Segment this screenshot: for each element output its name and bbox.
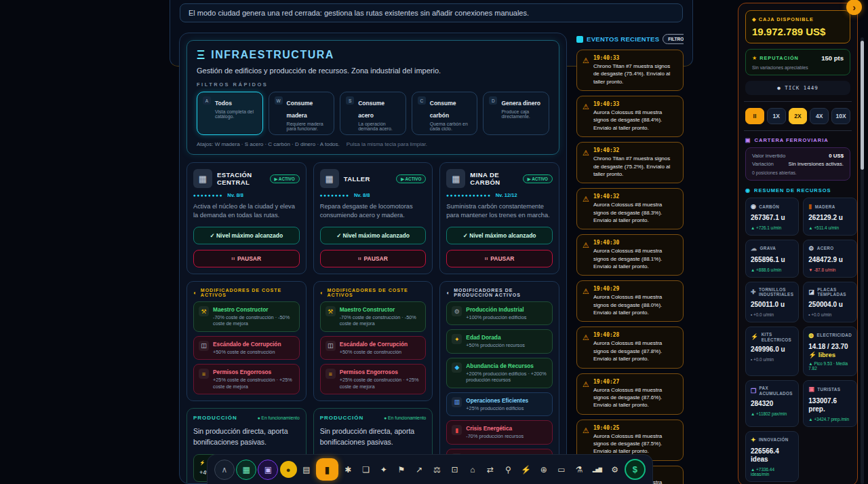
max-level-button[interactable]: ✓ Nivel máximo alcanzado [193, 227, 300, 244]
toolbar-lightbulb-icon[interactable]: ⚲ [500, 462, 516, 478]
pause-button[interactable]: IIPAUSAR [193, 250, 300, 267]
filter-chip[interactable]: D Genera dinero Produce caja directament… [483, 92, 549, 135]
resource-icon: ✦ [751, 436, 756, 444]
toolbar-lightning-icon[interactable]: ⚡ [518, 462, 534, 478]
resource-icon: ◪ [808, 288, 814, 296]
toolbar-collapse-chevron-icon[interactable]: ∧ [214, 460, 235, 480]
modifier-title: Maestro Constructor [340, 306, 421, 313]
events-filter-button[interactable]: FILTROS (1) [663, 34, 684, 44]
toolbar-flask-icon[interactable]: ⚗ [571, 462, 587, 478]
toolbar-paw-icon[interactable]: ✱ [340, 462, 356, 478]
resource-name: PAX ACUMULADOS [759, 386, 793, 396]
event-item[interactable]: ⚠ 19:40:29 Aurora Colossus #8 muestra si… [576, 280, 684, 322]
infrastructure-icon: Ξ [197, 48, 205, 62]
cash-value: 19.972.789 US$ [752, 26, 844, 37]
modifier-icon: ⚒ [199, 306, 209, 316]
filter-chip[interactable]: W Consume madera Requiere madera para fu… [269, 92, 335, 135]
resources-header: ◉ RESUMEN DE RECURSOS [745, 187, 850, 193]
resource-name: PLACAS TEMPLADAS [817, 287, 852, 298]
event-message: Aurora Colossus #8 muestra signos de des… [593, 109, 677, 132]
toolbar-barchart-icon[interactable]: ▂▅▇ [589, 462, 605, 478]
toolbar-billboard-icon[interactable]: ▭ [553, 462, 570, 478]
modifier-item: ≡ Permisos Engorrosos +25% coste de cons… [320, 364, 427, 394]
resource-value: 226566.4 ideas [751, 447, 793, 464]
toolbar-globe-icon[interactable]: ⊕ [536, 462, 552, 478]
infrastructure-header: Ξ INFRAESTRUCTURA Gestión de edificios y… [186, 40, 559, 155]
resource-card: ⚙ ACERO 248472.9 u ▼ -87.8 u/min [803, 240, 857, 278]
filter-label: Consume carbón [430, 100, 456, 119]
toolbar-infrastructure-icon[interactable]: ▮ [316, 458, 338, 481]
toolbar-duck-icon[interactable]: ● [280, 461, 297, 478]
filter-key-badge: C [418, 96, 426, 105]
toolbar-flag-icon[interactable]: ⚑ [393, 462, 410, 478]
filter-chip[interactable]: A Todos Vista completa del catálogo. [197, 92, 263, 135]
building-card-estacion-central: ▦ ESTACIÓN CENTRAL ▶ ACTIVO ●●●●●●●● Nv.… [186, 162, 307, 484]
production-status: ● En funcionamiento [257, 415, 299, 420]
speed-button[interactable]: 1X [767, 108, 786, 124]
modifier-title: Permisos Engorrosos [340, 369, 421, 375]
warning-icon: ⚠ [583, 195, 589, 224]
pause-button[interactable]: IIPAUSAR [320, 250, 427, 267]
filter-chip[interactable]: C Consume carbón Quema carbón en cada ci… [412, 92, 478, 135]
resource-card: ◍ ELECTRICIDAD 14.18 / 23.70 ⚡ libres ▲ … [803, 327, 857, 377]
resource-card: ✦ INNOVACIÓN 226566.4 ideas ▲ +7336.44 i… [745, 431, 799, 482]
filter-chip[interactable]: S Consume acero La operación demanda ace… [340, 92, 406, 135]
toolbar-bank-icon[interactable]: ⌂ [465, 462, 481, 478]
speed-button[interactable]: 4X [810, 108, 829, 124]
resource-card: ⚡ KITS ELÉCTRICOS 249996.0 u • +0.0 u/mi… [745, 327, 799, 377]
toolbar-money-icon[interactable]: $ [625, 459, 646, 480]
max-level-button[interactable]: ✓ Nivel máximo alcanzado [320, 227, 427, 244]
toolbar-trend-icon[interactable]: ↗ [411, 462, 427, 478]
speed-button[interactable]: 2X [789, 108, 808, 124]
resource-icon: ▣ [808, 386, 814, 393]
cost-modifiers-box: ◐MODIFICADORES DE COSTE ACTIVOS ⚒ Maestr… [186, 281, 307, 401]
warning-icon: ⚠ [583, 380, 589, 409]
toolbar-lock-icon[interactable]: ▣ [258, 460, 278, 480]
pause-button[interactable]: IIPAUSAR [446, 250, 553, 267]
building-icon: ▦ [193, 169, 212, 188]
max-level-button[interactable]: ✓ Nivel máximo alcanzado [446, 227, 553, 244]
modifier-item: ▥ Operaciones Eficientes +25% producción… [446, 392, 553, 416]
toolbar-gear-icon[interactable]: ⚙ [607, 462, 623, 478]
divider [744, 130, 852, 131]
bottom-toolbar: ∧▦▣●▤▮✱❏✦⚑↗⚖⊡⌂⇄⚲⚡⊕▭⚗▂▅▇⚙$ [207, 454, 653, 484]
event-item[interactable]: ⚠ 19:40:32 Aurora Colossus #8 muestra si… [576, 188, 684, 229]
toolbar-exchange-icon[interactable]: ⇄ [482, 462, 498, 478]
speed-button[interactable]: 10X [831, 108, 850, 124]
scrollbar-thumb[interactable] [861, 41, 864, 170]
event-item[interactable]: ⚠ 19:40:33 Aurora Colossus #8 muestra si… [576, 96, 684, 137]
event-item[interactable]: ⚠ 19:40:33 Chrono Titan #7 muestra signo… [576, 50, 684, 91]
modifier-effect: +25% coste de construcción · +25% coste … [213, 377, 294, 390]
building-icon: ▦ [446, 169, 465, 188]
event-time: 19:40:32 [593, 147, 677, 153]
toolbar-map-icon[interactable]: ▦ [236, 460, 256, 480]
event-item[interactable]: ⚠ 19:40:27 Aurora Colossus #8 muestra si… [576, 373, 684, 415]
event-item[interactable]: ⚠ 19:40:28 Aurora Colossus #8 muestra si… [576, 327, 684, 368]
resource-name: TURISTAS [817, 387, 840, 392]
modifier-title: Escándalo de Corrupción [340, 341, 408, 348]
production-title: PRODUCCIÓN [320, 415, 364, 421]
production-title: PRODUCCIÓN [193, 415, 237, 421]
cost-modifiers-title: MODIFICADORES DE COSTE ACTIVOS [328, 288, 427, 297]
level-dots: ●●●●●●●●●●●● [446, 193, 491, 198]
toolbar-scales-icon[interactable]: ⚖ [429, 462, 445, 478]
toolbar-clipboard-icon[interactable]: ❏ [358, 462, 374, 478]
recent-events-panel: EVENTOS RECIENTES FILTROS (1) ⚠ 19:40:33… [576, 34, 684, 484]
event-message: Chrono Titan #7 muestra signos de desgas… [593, 62, 677, 86]
modifier-item: ▮ Crisis Energética -70% producción recu… [446, 420, 553, 444]
resource-rate: ▲ +511.4 u/min [808, 225, 852, 230]
event-item[interactable]: ⚠ 19:40:30 Aurora Colossus #8 muestra si… [576, 234, 684, 276]
production-text: Sin producción directa, aporta bonificac… [320, 426, 427, 448]
shortcuts-hint: Atajos: W madera · S acero · C carbón · … [197, 141, 549, 147]
toolbar-sparkles-icon[interactable]: ✦ [376, 462, 392, 478]
speed-button[interactable]: II [745, 108, 764, 124]
event-time: 19:40:29 [593, 286, 677, 292]
event-item[interactable]: ⚠ 19:40:32 Chrono Titan #7 muestra signo… [576, 142, 684, 183]
toolbar-journal-icon[interactable]: ▤ [298, 462, 315, 478]
resource-value: 267367.1 u [751, 214, 793, 223]
building-desc: Suministra carbón constantemente para ma… [446, 202, 553, 221]
sidebar-collapse-button[interactable]: › [846, 0, 862, 15]
toolbar-media-icon[interactable]: ⊡ [447, 462, 463, 478]
modifier-icon: ≡ [199, 369, 209, 379]
filter-desc: Produce caja directamente. [501, 109, 543, 119]
